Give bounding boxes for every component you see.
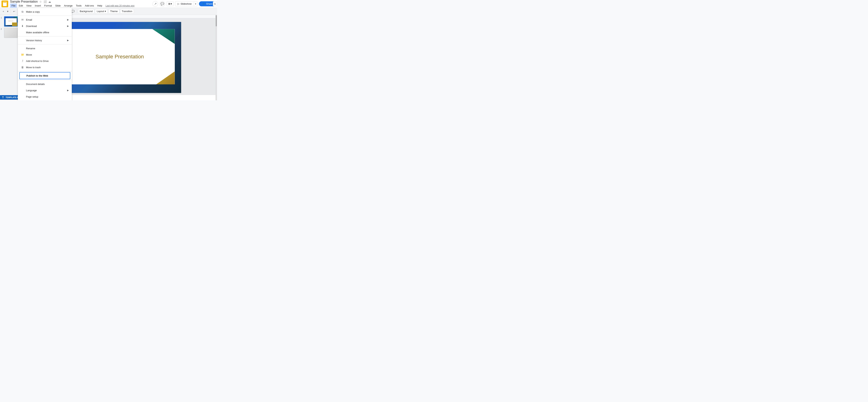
menu-publish-web[interactable]: Publish to the Web bbox=[19, 72, 70, 79]
scroll-thumb[interactable] bbox=[216, 15, 217, 26]
add-slide-btn[interactable]: + bbox=[1, 9, 5, 13]
download-label: Download bbox=[26, 25, 37, 28]
move-folder-icon: 📁 bbox=[21, 53, 24, 56]
slide-white-area: Sample Presentation bbox=[65, 29, 175, 85]
doc-details-label: Document details bbox=[26, 83, 44, 86]
page-setup-label: Page setup bbox=[26, 95, 38, 98]
slide-canvas[interactable]: Sample Presentation bbox=[55, 22, 181, 93]
offline-label: Make available offline bbox=[26, 31, 49, 34]
menu-bar: File Edit View Insert Format Slide Arran… bbox=[10, 3, 134, 8]
rename-icon bbox=[21, 47, 24, 50]
share-person-icon: 👤 bbox=[202, 2, 205, 5]
menu-item-view[interactable]: View bbox=[25, 3, 33, 8]
publish-icon bbox=[21, 74, 25, 77]
rename-label: Rename bbox=[26, 47, 35, 50]
menu-item-arrange[interactable]: Arrange bbox=[62, 3, 74, 8]
menu-item-format[interactable]: Format bbox=[43, 3, 53, 8]
slide-panel: 1 Sample Presentation 2 bbox=[0, 15, 19, 100]
email-icon: ✉ bbox=[21, 18, 24, 21]
download-submenu-icon: ▶ bbox=[67, 25, 69, 27]
slide-thumbnail-1[interactable]: Sample Presentation bbox=[4, 16, 18, 27]
pagesetup-icon bbox=[21, 95, 24, 98]
version-history-label: Version history bbox=[26, 39, 42, 42]
doc-title-area: Sample Presentation ☆ ⬜ ☁ File Edit View… bbox=[10, 0, 134, 8]
slide-number-1: 1 bbox=[1, 17, 3, 19]
app-logo bbox=[1, 1, 8, 7]
menu-divider-4 bbox=[18, 71, 72, 71]
file-dropdown-menu: ⧉ Make a copy ✉ Email ▶ ⬇ Download ▶ Mak… bbox=[18, 8, 72, 100]
slide-corner-teal bbox=[153, 29, 175, 44]
collapse-toolbar-btn[interactable]: ∧ bbox=[213, 1, 217, 6]
theme-label: Theme bbox=[110, 10, 118, 13]
language-submenu-icon: ▶ bbox=[67, 89, 69, 92]
activity-icon[interactable]: ↗ bbox=[153, 1, 158, 7]
menu-email[interactable]: ✉ Email ▶ bbox=[18, 16, 72, 23]
slideshow-dropdown-arrow[interactable]: ▾ bbox=[194, 2, 197, 6]
transition-label: Transition bbox=[122, 10, 132, 13]
menu-item-edit[interactable]: Edit bbox=[17, 3, 24, 8]
slide-title[interactable]: Sample Presentation bbox=[96, 54, 144, 60]
slideshow-button[interactable]: ▷ Slideshow ▾ bbox=[175, 1, 197, 6]
download-icon: ⬇ bbox=[21, 24, 24, 28]
background-btn[interactable]: Background bbox=[78, 9, 94, 13]
menu-doc-details[interactable]: Document details bbox=[18, 81, 72, 87]
drive-icon[interactable]: ⬜ bbox=[43, 0, 47, 3]
menu-page-setup[interactable]: Page setup bbox=[18, 94, 72, 100]
watermark-t-icon: T bbox=[1, 96, 5, 99]
menu-item-file[interactable]: File bbox=[10, 3, 17, 8]
move-label: Move bbox=[26, 53, 32, 56]
menu-make-copy[interactable]: ⧉ Make a copy bbox=[18, 8, 72, 15]
version-submenu-icon: ▶ bbox=[67, 39, 69, 42]
details-icon bbox=[21, 82, 24, 86]
comment-icon[interactable]: 💬 bbox=[159, 1, 165, 7]
move-trash-label: Move to trash bbox=[26, 66, 41, 69]
scroll-indicator bbox=[216, 15, 217, 100]
menu-divider-3 bbox=[18, 44, 72, 44]
theme-btn[interactable]: Theme bbox=[108, 9, 119, 13]
top-bar: Sample Presentation ☆ ⬜ ☁ File Edit View… bbox=[0, 0, 217, 8]
share-label: Share bbox=[206, 2, 213, 5]
menu-download[interactable]: ⬇ Download ▶ bbox=[18, 23, 72, 29]
menu-item-tools[interactable]: Tools bbox=[74, 3, 83, 8]
layout-chevron-icon: ▾ bbox=[105, 10, 106, 13]
menu-divider-5 bbox=[18, 80, 72, 80]
slide-corner-gold bbox=[156, 71, 175, 85]
history-icon bbox=[21, 39, 24, 42]
layout-btn[interactable]: Layout ▾ bbox=[95, 9, 108, 13]
email-submenu-icon: ▶ bbox=[67, 19, 69, 21]
cloud-icon[interactable]: ☁ bbox=[48, 0, 52, 3]
background-label: Background bbox=[80, 10, 93, 13]
undo-btn[interactable]: ↩ bbox=[12, 9, 17, 13]
last-edit-text[interactable]: Last edit was 20 minutes ago bbox=[105, 4, 134, 7]
email-label: Email bbox=[26, 19, 32, 21]
top-right-actions: ↗ 💬 ⊞▾ ▷ Slideshow ▾ 👤 Share bbox=[153, 1, 216, 7]
menu-add-shortcut[interactable]: ⤴ Add shortcut to Drive bbox=[18, 58, 72, 64]
menu-divider-1 bbox=[18, 15, 72, 16]
menu-rename[interactable]: Rename bbox=[18, 45, 72, 52]
publish-web-label: Publish to the Web bbox=[26, 74, 48, 77]
menu-item-insert[interactable]: Insert bbox=[33, 3, 42, 8]
menu-item-help[interactable]: Help bbox=[96, 3, 104, 8]
menu-version-history[interactable]: Version history ▶ bbox=[18, 37, 72, 43]
menu-move[interactable]: 📁 Move bbox=[18, 52, 72, 58]
slide-thumbnail-2[interactable] bbox=[4, 28, 18, 38]
menu-language[interactable]: Language ▶ bbox=[18, 87, 72, 94]
menu-move-trash[interactable]: 🗑 Move to trash bbox=[18, 64, 72, 70]
copy-icon: ⧉ bbox=[21, 10, 24, 13]
offline-icon bbox=[21, 31, 24, 34]
language-label: Language bbox=[26, 89, 37, 92]
add-slide-dropdown[interactable]: ▾ bbox=[6, 9, 9, 13]
language-icon bbox=[21, 89, 24, 92]
add-shortcut-label: Add shortcut to Drive bbox=[26, 60, 49, 62]
star-icon[interactable]: ☆ bbox=[39, 0, 42, 3]
insert-image-btn[interactable]: ⊞▾ bbox=[166, 1, 174, 6]
slide-thumb-2[interactable]: 2 bbox=[1, 28, 18, 38]
menu-item-slide[interactable]: Slide bbox=[54, 3, 62, 8]
menu-item-addons[interactable]: Add-ons bbox=[84, 3, 95, 8]
slide-number-2: 2 bbox=[1, 28, 3, 30]
slide-thumb-1[interactable]: 1 Sample Presentation bbox=[1, 16, 18, 27]
transition-btn[interactable]: Transition bbox=[120, 9, 134, 13]
menu-print-settings[interactable]: Print settings and preview Ctrl+P bbox=[18, 100, 72, 100]
menu-available-offline[interactable]: Make available offline bbox=[18, 29, 72, 35]
toolbar-separator-1 bbox=[10, 9, 11, 13]
